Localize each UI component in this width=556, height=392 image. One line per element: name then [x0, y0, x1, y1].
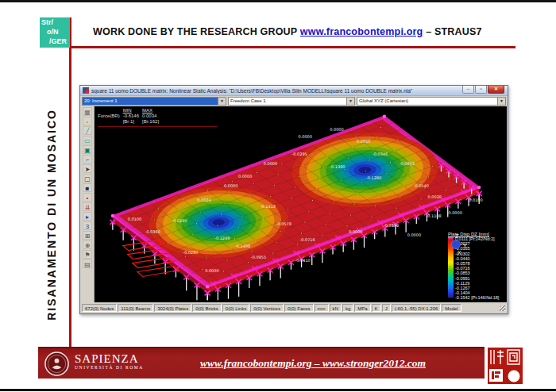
- numbers-icon[interactable]: 3: [83, 221, 92, 230]
- chevron-down-icon[interactable]: ▼: [346, 98, 354, 105]
- svg-text:-0.0853: -0.0853: [400, 161, 415, 166]
- svg-text:-0.0578: -0.0578: [276, 221, 292, 226]
- svg-text:-0.1108: -0.1108: [427, 213, 442, 218]
- footer-links[interactable]: www.francobontempi.org – www.stronger201…: [165, 357, 461, 370]
- close-button[interactable]: ✕: [488, 86, 504, 94]
- minmax-col-min: MIN: [123, 108, 142, 113]
- resize-grip[interactable]: [499, 304, 506, 312]
- model-viewport[interactable]: 0.00000.00000.0010-0.02950.0000-0.0346-0…: [95, 106, 507, 302]
- status-segment[interactable]: J: [382, 304, 391, 312]
- overlay-divider: [98, 126, 217, 127]
- status-segment[interactable]: mm: [315, 304, 329, 312]
- load-icon[interactable]: ⇊: [83, 202, 92, 211]
- select-arrow-icon[interactable]: ➤: [83, 164, 92, 173]
- status-segment[interactable]: Model: [442, 304, 461, 312]
- logo-line-1: Str/: [41, 18, 53, 27]
- chevron-down-icon[interactable]: ▼: [497, 98, 505, 105]
- result-case-value[interactable]: 20: Increment 1: [83, 98, 218, 105]
- legend-value: -0.1542 [Pt:146/Nd:18]: [455, 296, 499, 301]
- chevron-down-icon[interactable]: ▼: [218, 98, 226, 105]
- svg-text:-0.0955: -0.0955: [251, 255, 266, 259]
- model-3d-view[interactable]: 0.00000.00000.0010-0.02950.0000-0.0346-0…: [95, 106, 507, 302]
- title-link[interactable]: www.francobontempi.org: [300, 26, 423, 37]
- svg-text:0.0020: 0.0020: [428, 194, 442, 199]
- minimize-button[interactable]: –: [462, 86, 474, 94]
- svg-text:0.0000: 0.0000: [238, 174, 252, 179]
- status-segment[interactable]: MPa: [354, 304, 370, 312]
- svg-text:0.0010: 0.0010: [357, 139, 370, 144]
- sapienza-name: SAPIENZA: [75, 352, 144, 365]
- logo-line-2: o/N: [47, 28, 59, 37]
- axis-triad: Z Y X: [448, 232, 469, 256]
- slide-bottom-border: [0, 389, 556, 391]
- svg-text:-0.0295: -0.0295: [172, 218, 187, 223]
- axis-x-label: X: [458, 250, 461, 256]
- flag-icon[interactable]: ⚑: [83, 250, 92, 259]
- logo-line-3: /GER: [49, 37, 67, 46]
- brick-tool-icon[interactable]: ▣: [83, 145, 92, 154]
- beam-tool-icon[interactable]: ╱: [83, 126, 92, 135]
- status-segment[interactable]: kN: [330, 304, 342, 312]
- svg-text:0.0024: 0.0024: [197, 198, 210, 202]
- grid-icon[interactable]: ⊞: [83, 231, 92, 240]
- axes-icon[interactable]: ⊕: [83, 240, 92, 249]
- svg-text:0.0000: 0.0000: [330, 127, 343, 132]
- freedom-case-value[interactable]: Freedom Case 1: [229, 98, 346, 105]
- coord-system-value[interactable]: Global XYZ (Cartesian): [357, 98, 497, 105]
- svg-text:-0.1380: -0.1380: [330, 164, 345, 169]
- svg-text:0.0000: 0.0000: [224, 183, 237, 188]
- slab-corner: [477, 186, 481, 189]
- status-segment[interactable]: 3024(0) Plates: [154, 304, 191, 312]
- slide-top-border: [0, 0, 556, 2]
- result-case-combo[interactable]: 20: Increment 1 ▼: [82, 97, 226, 106]
- triad-ball: [452, 240, 461, 249]
- status-segment[interactable]: 0(0) Bricks: [192, 304, 222, 312]
- slab-corner: [383, 114, 386, 117]
- select-grid-icon[interactable]: ▦: [83, 107, 92, 116]
- sapienza-logo: [44, 352, 69, 376]
- straus7-app-icon: [83, 87, 89, 94]
- slide-title: WORK DONE BY THE RESEARCH GROUP www.fran…: [93, 26, 482, 37]
- marquee-icon[interactable]: ▢: [83, 174, 92, 183]
- svg-text:-0.1280: -0.1280: [366, 175, 381, 180]
- link-tool-icon[interactable]: ⌐: [83, 155, 92, 163]
- left-toolbar: ▦•╱▭▣⌐➤▢■•⇊▸3⊞⊕⚑▤: [81, 106, 95, 302]
- sapienza-wordmark: SAPIENZA UNIVERSITÀ DI ROMA: [75, 352, 144, 371]
- svg-text:-0.0410: -0.0410: [295, 258, 311, 263]
- window-titlebar[interactable]: square 11 uomo DOUBLE matrix: Nonlinear …: [80, 86, 508, 96]
- slide: Str/ o/N /GER WORK DONE BY THE RESEARCH …: [0, 0, 556, 392]
- hot-point-icon[interactable]: •: [83, 193, 92, 202]
- window-statusbar: 672(0) Nodes111(0) Beams3024(0) Plates0(…: [81, 303, 507, 313]
- plate-tool-icon[interactable]: ▭: [83, 136, 92, 144]
- status-segment[interactable]: 0(0) Vertices: [250, 304, 284, 312]
- title-suffix: – STRAUS7: [423, 26, 481, 37]
- svg-text:0.0100: 0.0100: [128, 217, 141, 221]
- maximize-button[interactable]: ▫: [475, 86, 487, 94]
- slab-corner: [206, 285, 209, 288]
- side-label: RISANAMENTO DI UN MOSAICO: [38, 79, 65, 349]
- status-segment[interactable]: 111(0) Beams: [118, 304, 153, 312]
- minmax-min-value: -0.6146: [123, 113, 142, 119]
- freedom-case-combo[interactable]: Freedom Case 1 ▼: [228, 97, 355, 106]
- coord-system-combo[interactable]: Global XYZ (Cartesian) ▼: [357, 97, 506, 106]
- minmax-overlay: MINMAX Force(BR)-0.61460.0034 [Br:1][Br:…: [98, 108, 217, 127]
- minmax-col-max: MAX: [142, 108, 162, 113]
- status-segment[interactable]: (-60,1,-55) DX:1.206: [392, 304, 442, 312]
- svg-text:-0.1413: -0.1413: [261, 204, 276, 209]
- node-tool-icon[interactable]: •: [83, 117, 92, 125]
- solid-view-icon[interactable]: ■: [83, 183, 92, 192]
- svg-text:-0.0716: -0.0716: [300, 237, 315, 242]
- status-segment[interactable]: 0(0) Faces: [284, 304, 314, 312]
- svg-text:-0.0330: -0.0330: [384, 223, 399, 228]
- svg-text:-0.0295: -0.0295: [292, 152, 307, 156]
- status-segment[interactable]: K: [372, 304, 381, 312]
- status-segment[interactable]: kg: [342, 304, 353, 312]
- svg-text:0.0000: 0.0000: [448, 210, 461, 215]
- svg-text:-0.0540: -0.0540: [414, 183, 429, 188]
- status-segment[interactable]: 672(0) Nodes: [82, 304, 117, 312]
- restraint-icon[interactable]: ▸: [83, 212, 92, 221]
- layers-icon[interactable]: ▤: [83, 259, 92, 268]
- status-segment[interactable]: 0(0) Links: [222, 304, 249, 312]
- minmax-min-ref: [Br:1]: [123, 119, 142, 125]
- svg-text:-0.0280: -0.0280: [183, 250, 198, 255]
